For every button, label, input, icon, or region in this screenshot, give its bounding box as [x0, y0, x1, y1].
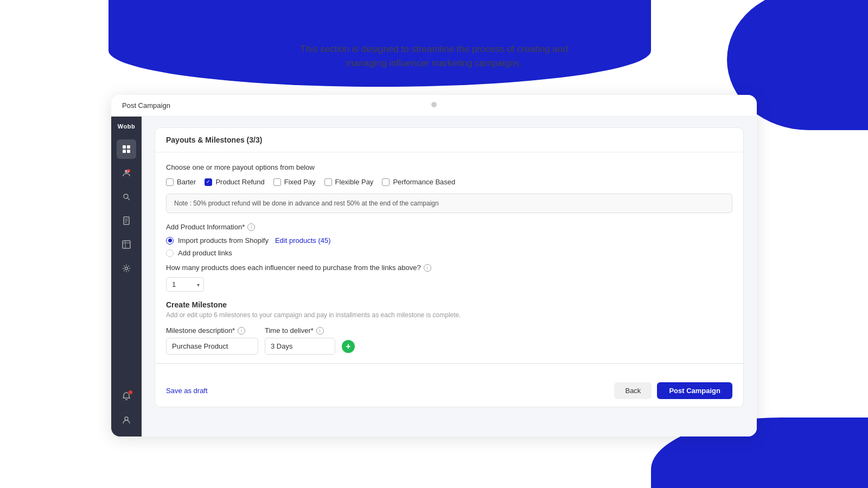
header-section: Post Campaign This section is designed t…: [0, 11, 868, 70]
form-card-header: Payouts & Milestones (3/3): [155, 128, 743, 152]
milestone-title: Create Milestone: [166, 300, 732, 309]
milestone-field-labels: Milestone description* i Time to deliver…: [166, 326, 732, 335]
radio-label-shopify: Import products from Shopify: [178, 236, 269, 245]
payout-label-flexible-pay: Flexible Pay: [335, 178, 374, 186]
payout-section: Choose one or more payout options from b…: [166, 163, 732, 186]
page-title: Post Campaign: [0, 11, 868, 37]
milestone-section: Create Milestone Add or edit upto 6 mile…: [166, 300, 732, 355]
product-info-label: Add Product Information* i: [166, 223, 732, 231]
sidebar-icon-user[interactable]: 2: [117, 163, 136, 183]
checkbox-product-refund[interactable]: [205, 178, 212, 186]
quantity-dropdown-wrap: 1 2 3 4 5 ▾: [166, 277, 204, 292]
svg-point-7: [124, 194, 128, 198]
sidebar-icon-search[interactable]: [117, 187, 136, 207]
sidebar-logo: Wobb: [118, 123, 135, 130]
payout-label-fixed-pay: Fixed Pay: [284, 178, 316, 186]
payout-option-product-refund[interactable]: Product Refund: [205, 178, 264, 186]
payout-option-performance-based[interactable]: Performance Based: [382, 178, 455, 186]
note-text: Note : 50% product refund will be done i…: [174, 200, 439, 207]
checkbox-fixed-pay[interactable]: [273, 178, 281, 186]
svg-line-8: [127, 198, 130, 200]
milestone-fields-row: +: [166, 338, 732, 355]
wobb-branding: wobb: [792, 456, 835, 476]
sidebar-icon-profile[interactable]: [117, 410, 136, 430]
back-button[interactable]: Back: [614, 382, 652, 399]
window-card: Post Campaign Wobb 2: [111, 95, 757, 436]
radio-import-shopify[interactable]: Import products from Shopify Edit produc…: [166, 236, 732, 245]
radio-circle-shopify[interactable]: [166, 237, 174, 245]
footer-right-actions: Back Post Campaign: [614, 382, 732, 399]
payout-option-fixed-pay[interactable]: Fixed Pay: [273, 178, 316, 186]
svg-rect-2: [123, 150, 126, 153]
save-draft-button[interactable]: Save as draft: [166, 387, 208, 395]
time-to-deliver-info-icon[interactable]: i: [316, 327, 324, 335]
window-body: Wobb 2: [111, 117, 757, 436]
checkbox-flexible-pay[interactable]: [324, 178, 332, 186]
radio-label-links: Add product links: [178, 249, 232, 257]
svg-rect-13: [123, 241, 130, 248]
product-info-section: Add Product Information* i Import produc…: [166, 223, 732, 257]
add-milestone-button[interactable]: +: [342, 340, 355, 353]
form-divider: [155, 363, 743, 364]
post-campaign-button[interactable]: Post Campaign: [657, 382, 732, 399]
quantity-section: How many products does each influencer n…: [166, 264, 732, 292]
payout-option-flexible-pay[interactable]: Flexible Pay: [324, 178, 374, 186]
svg-point-16: [125, 267, 128, 270]
quantity-dropdown[interactable]: 1 2 3 4 5: [166, 277, 204, 292]
svg-rect-1: [127, 145, 130, 149]
sidebar-icon-settings[interactable]: [117, 259, 136, 278]
payout-label-performance-based: Performance Based: [393, 178, 455, 186]
sidebar-icon-document[interactable]: [117, 211, 136, 230]
form-card: Payouts & Milestones (3/3) Choose one or…: [155, 127, 744, 407]
page-subtitle: This section is designed to streamline t…: [0, 42, 868, 70]
milestone-desc-label: Milestone description* i: [166, 326, 258, 335]
sidebar-icon-grid[interactable]: [117, 139, 136, 159]
sidebar-icon-table[interactable]: [117, 235, 136, 254]
svg-rect-3: [127, 150, 130, 153]
checkbox-barter[interactable]: [166, 178, 174, 186]
payout-label-product-refund: Product Refund: [215, 178, 264, 186]
quantity-label: How many products does each influencer n…: [166, 264, 732, 272]
radio-circle-links[interactable]: [166, 249, 174, 257]
sidebar-icon-bell[interactable]: [117, 387, 136, 406]
note-box: Note : 50% product refund will be done i…: [166, 194, 732, 213]
payout-section-label: Choose one or more payout options from b…: [166, 163, 732, 171]
checkbox-performance-based[interactable]: [382, 178, 390, 186]
time-to-deliver-label: Time to deliver* i: [265, 326, 324, 335]
form-card-body: Choose one or more payout options from b…: [155, 152, 743, 375]
svg-point-17: [125, 417, 128, 420]
edit-products-link[interactable]: Edit products (45): [275, 236, 331, 245]
breadcrumb: Post Campaign: [122, 101, 170, 110]
main-content: Payouts & Milestones (3/3) Choose one or…: [142, 117, 757, 436]
window-dot: [431, 102, 437, 107]
milestone-description-input[interactable]: [166, 338, 258, 355]
form-section-title: Payouts & Milestones (3/3): [166, 136, 262, 144]
svg-rect-0: [123, 145, 126, 149]
milestone-desc: Add or edit upto 6 milestones to your ca…: [166, 311, 732, 319]
form-footer: Save as draft Back Post Campaign: [155, 375, 743, 407]
milestone-desc-info-icon[interactable]: i: [238, 327, 245, 335]
product-info-icon[interactable]: i: [247, 223, 255, 231]
payout-label-barter: Barter: [177, 178, 196, 186]
payout-options-group: Barter Product Refund Fixed Pay: [166, 178, 732, 186]
milestone-time-input[interactable]: [265, 338, 335, 355]
quantity-info-icon[interactable]: i: [424, 264, 431, 272]
payout-option-barter[interactable]: Barter: [166, 178, 196, 186]
sidebar: Wobb 2: [111, 117, 142, 436]
radio-add-links[interactable]: Add product links: [166, 249, 732, 257]
